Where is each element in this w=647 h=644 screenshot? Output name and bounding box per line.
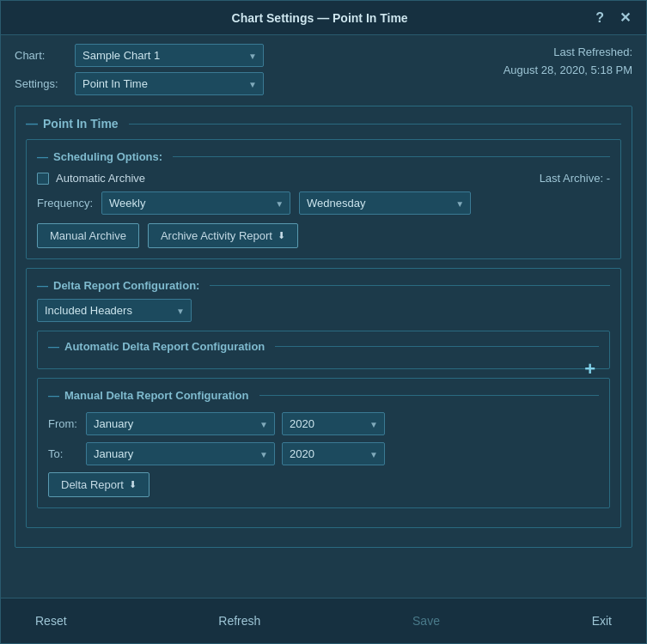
delta-report-btn-container: Delta Report ⬇ xyxy=(48,472,599,497)
from-month-wrapper: January xyxy=(86,412,275,435)
chart-label: Chart: xyxy=(15,49,68,62)
manual-archive-button[interactable]: Manual Archive xyxy=(37,223,139,248)
auto-delta-title: Automatic Delta Report Configuration xyxy=(48,340,599,353)
manual-delta-title: Manual Delta Report Configuration xyxy=(48,389,599,402)
point-in-time-title: Point In Time xyxy=(26,117,621,131)
from-year-select[interactable]: 2020 xyxy=(282,412,385,435)
scheduling-section: Scheduling Options: Automatic Archive La… xyxy=(26,139,621,259)
delta-report-label: Delta Report xyxy=(61,478,124,491)
dialog: Chart Settings — Point In Time ? ✕ Chart… xyxy=(0,0,647,644)
from-year-wrapper: 2020 xyxy=(282,412,385,435)
help-button[interactable]: ? xyxy=(592,10,607,26)
chart-select-wrapper: Sample Chart 1 xyxy=(75,44,264,67)
to-label: To: xyxy=(48,447,79,460)
to-year-wrapper: 2020 xyxy=(282,442,385,465)
delta-report-title: Delta Report Configuration: xyxy=(37,279,610,292)
frequency-label: Frequency: xyxy=(37,197,93,210)
settings-select[interactable]: Point In Time xyxy=(75,72,264,95)
last-refreshed-label: Last Refreshed: xyxy=(328,44,633,62)
refresh-button[interactable]: Refresh xyxy=(201,607,278,635)
delta-report-icon: ⬇ xyxy=(129,479,137,490)
from-month-select[interactable]: January xyxy=(86,412,275,435)
frequency-select[interactable]: Weekly xyxy=(101,191,290,215)
day-select-wrapper: Wednesday xyxy=(299,191,471,215)
to-month-select[interactable]: January xyxy=(86,442,275,465)
included-headers-select[interactable]: Included Headers xyxy=(37,299,192,322)
archive-activity-button[interactable]: Archive Activity Report ⬇ xyxy=(148,223,298,248)
last-refreshed-value: August 28, 2020, 5:18 PM xyxy=(328,62,633,80)
delta-report-button[interactable]: Delta Report ⬇ xyxy=(48,472,150,497)
to-month-wrapper: January xyxy=(86,442,275,465)
close-button[interactable]: ✕ xyxy=(616,9,634,26)
reset-button[interactable]: Reset xyxy=(18,607,84,635)
title-bar-buttons: ? ✕ xyxy=(592,9,634,26)
archive-activity-label: Archive Activity Report xyxy=(161,229,272,242)
settings-select-wrapper: Point In Time xyxy=(75,72,264,95)
scheduling-title: Scheduling Options: xyxy=(37,150,610,163)
point-in-time-section: Point In Time Scheduling Options: Automa… xyxy=(15,106,632,548)
header-fields: Chart: Sample Chart 1 Settings: Point In… xyxy=(15,44,320,95)
delta-report-section: Delta Report Configuration: Included Hea… xyxy=(26,268,621,528)
auto-delta-section: Automatic Delta Report Configuration + xyxy=(37,331,610,369)
frequency-select-wrapper: Weekly xyxy=(101,191,290,215)
last-refreshed-block: Last Refreshed: August 28, 2020, 5:18 PM xyxy=(328,44,633,80)
archive-activity-icon: ⬇ xyxy=(278,230,285,241)
frequency-row: Frequency: Weekly Wednesday xyxy=(37,191,610,215)
exit-button[interactable]: Exit xyxy=(575,607,629,635)
included-headers-wrapper: Included Headers xyxy=(37,299,192,322)
title-bar: Chart Settings — Point In Time ? ✕ xyxy=(1,1,646,35)
header-row: Chart: Sample Chart 1 Settings: Point In… xyxy=(15,44,632,95)
add-delta-button[interactable]: + xyxy=(581,360,599,379)
last-archive-text: Last Archive: - xyxy=(540,172,610,185)
chart-field-row: Chart: Sample Chart 1 xyxy=(15,44,320,67)
to-row: To: January 2020 xyxy=(48,442,599,465)
from-row: From: January 2020 xyxy=(48,412,599,435)
manual-delta-section: Manual Delta Report Configuration From: … xyxy=(37,378,610,508)
manual-archive-label: Manual Archive xyxy=(50,229,126,242)
auto-archive-label[interactable]: Automatic Archive xyxy=(37,172,145,185)
footer: Reset Refresh Save Exit xyxy=(1,598,646,643)
to-year-select[interactable]: 2020 xyxy=(282,442,385,465)
main-content: Chart: Sample Chart 1 Settings: Point In… xyxy=(1,35,646,598)
from-label: From: xyxy=(48,417,79,430)
settings-field-row: Settings: Point In Time xyxy=(15,72,320,95)
dialog-title: Chart Settings — Point In Time xyxy=(47,11,592,25)
save-button[interactable]: Save xyxy=(395,607,457,635)
auto-archive-row: Automatic Archive Last Archive: - xyxy=(37,172,610,185)
day-select[interactable]: Wednesday xyxy=(299,191,471,215)
settings-label: Settings: xyxy=(15,77,68,90)
action-buttons-row: Manual Archive Archive Activity Report ⬇ xyxy=(37,223,610,248)
included-headers-row: Included Headers xyxy=(37,299,610,322)
chart-select[interactable]: Sample Chart 1 xyxy=(75,44,264,67)
auto-archive-checkbox[interactable] xyxy=(37,173,49,185)
auto-archive-text: Automatic Archive xyxy=(56,172,145,185)
